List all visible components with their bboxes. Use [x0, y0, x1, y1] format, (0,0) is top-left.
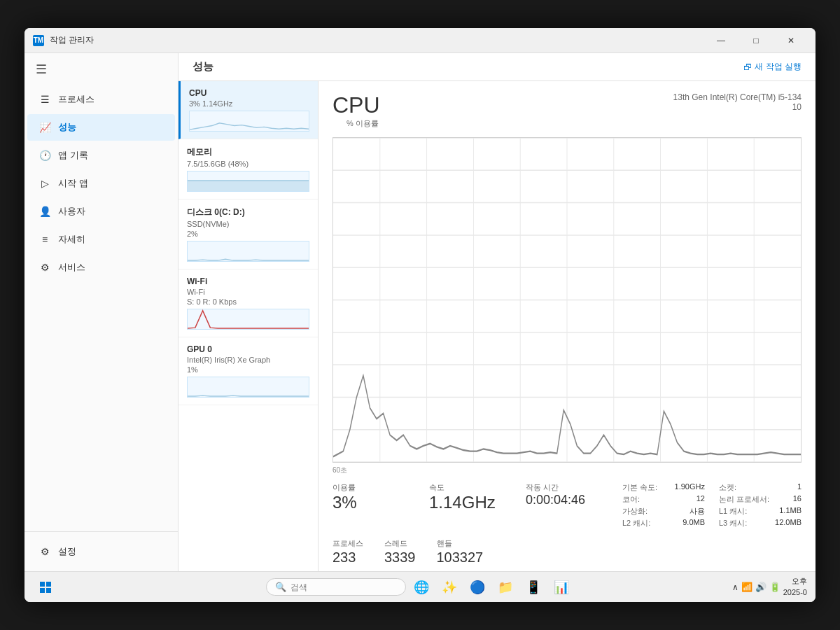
detail-row-l1: L1 캐시: 1.1MB [719, 506, 802, 517]
hamburger-menu[interactable]: ☰ [24, 53, 178, 85]
maximize-button[interactable]: □ [740, 28, 772, 53]
resource-wifi-sub2: S: 0 R: 0 Kbps [187, 298, 309, 306]
sidebar-bottom: ⚙ 설정 [24, 531, 178, 571]
sidebar-item-performance-label: 성능 [58, 121, 76, 134]
sidebar: ☰ ☰ 프로세스 📈 성능 🕐 앱 기록 ▷ 시작 앱 👤 사용자 [24, 53, 178, 571]
sidebar-item-processes[interactable]: ☰ 프로세스 [27, 86, 175, 113]
utilization-value: 3% [332, 493, 422, 513]
taskbar-copilot-icon[interactable]: ✨ [437, 575, 462, 600]
volume-icon: 🔊 [755, 582, 766, 592]
app-history-icon: 🕐 [38, 149, 51, 162]
search-bar[interactable]: 🔍 [266, 578, 406, 596]
taskbar-left [33, 575, 58, 600]
battery-icon: 🔋 [769, 582, 780, 592]
processes-value: 233 [332, 549, 363, 566]
resource-list: CPU 3% 1.14GHz 메모리 7.5/15.6GB (48%) [178, 81, 318, 571]
svg-rect-0 [188, 181, 309, 191]
resource-disk-name: 디스크 0(C: D:) [187, 206, 309, 218]
cpu-util-label: % 이용률 [332, 118, 393, 129]
speed-value: 1.14GHz [429, 493, 519, 513]
content-area: 성능 🗗 새 작업 실행 CPU 3% 1.14GHz [178, 53, 816, 571]
time-label: 60초 [318, 463, 816, 475]
content-title: 성능 [192, 60, 214, 74]
new-task-button[interactable]: 🗗 새 작업 실행 [743, 61, 802, 73]
taskbar-browser-icon[interactable]: 🔵 [465, 575, 490, 600]
cpu-mini-chart [189, 111, 309, 132]
sidebar-item-processes-label: 프로세스 [58, 93, 94, 106]
screen: TM 작업 관리자 — □ ✕ ☰ ☰ 프로세스 📈 성능 🕐 앱 기록 [24, 28, 816, 602]
resource-item-disk[interactable]: 디스크 0(C: D:) SSD(NVMe) 2% [178, 200, 318, 270]
cpu-graph [332, 137, 802, 463]
detail-row-socket: 소켓: 1 [719, 482, 802, 493]
detail-row-virt: 가상화: 사용 [622, 506, 705, 517]
taskbar: 🔍 🌐 ✨ 🔵 📁 📱 📊 ∧ 📶 🔊 🔋 오후 2025-0 [24, 571, 816, 602]
sidebar-item-performance[interactable]: 📈 성능 [27, 114, 175, 141]
virt-val: 사용 [690, 506, 705, 517]
startup-icon: ▷ [38, 177, 51, 190]
stat-processes: 프로세스 233 [332, 538, 363, 566]
threads-value: 3339 [384, 549, 416, 566]
main-container: ☰ ☰ 프로세스 📈 성능 🕐 앱 기록 ▷ 시작 앱 👤 사용자 [24, 53, 816, 571]
l1-key: L1 캐시: [719, 506, 747, 517]
threads-label: 스레드 [384, 538, 416, 549]
gpu-mini-chart [187, 377, 309, 398]
taskbar-phone-icon[interactable]: 📱 [521, 575, 546, 600]
resource-item-memory[interactable]: 메모리 7.5/15.6GB (48%) [178, 139, 318, 200]
speed-label: 속도 [429, 482, 519, 493]
resource-cpu-sub: 3% 1.14GHz [189, 99, 309, 108]
utilization-label: 이용률 [332, 482, 422, 493]
svg-rect-22 [40, 582, 45, 587]
search-input[interactable] [290, 582, 396, 592]
taskbar-task-manager-icon[interactable]: 📊 [549, 575, 574, 600]
taskbar-edge-icon[interactable]: 🌐 [409, 575, 434, 600]
cpu-model-text: 13th Gen Intel(R) Core(TM) i5-134 [673, 92, 802, 102]
stat-utilization: 이용률 3% [332, 482, 422, 528]
core-val: 12 [696, 494, 705, 505]
title-bar: TM 작업 관리자 — □ ✕ [24, 28, 816, 53]
virt-key: 가상화: [622, 506, 648, 517]
sidebar-item-app-history-label: 앱 기록 [58, 149, 88, 162]
resource-item-wifi[interactable]: Wi-Fi Wi-Fi S: 0 R: 0 Kbps [178, 270, 318, 337]
taskbar-right: ∧ 📶 🔊 🔋 오후 2025-0 [732, 576, 807, 598]
sidebar-item-services[interactable]: ⚙ 서비스 [27, 254, 175, 281]
resource-item-gpu[interactable]: GPU 0 Intel(R) Iris(R) Xe Graph 1% [178, 337, 318, 405]
content-header: 성능 🗗 새 작업 실행 [178, 53, 816, 81]
sidebar-item-users[interactable]: 👤 사용자 [27, 198, 175, 225]
sidebar-item-startup[interactable]: ▷ 시작 앱 [27, 170, 175, 197]
cpu-model-info: 13th Gen Intel(R) Core(TM) i5-134 10 [673, 92, 802, 112]
resource-wifi-sub1: Wi-Fi [187, 288, 309, 296]
core-key: 코어: [622, 494, 640, 505]
sidebar-item-services-label: 서비스 [58, 261, 85, 274]
wifi-status-icon: 📶 [741, 582, 752, 592]
settings-icon: ⚙ [38, 545, 51, 558]
svg-rect-25 [46, 588, 51, 593]
minimize-button[interactable]: — [705, 28, 737, 53]
sidebar-item-settings[interactable]: ⚙ 설정 [27, 538, 175, 565]
stat-uptime: 작동 시간 0:00:04:46 [526, 482, 615, 528]
logical-val: 16 [793, 494, 802, 505]
cpu-title-text: CPU [332, 92, 393, 118]
performance-container: CPU 3% 1.14GHz 메모리 7.5/15.6GB (48%) [178, 81, 816, 571]
sidebar-item-users-label: 사용자 [58, 205, 85, 218]
uptime-label: 작동 시간 [526, 482, 615, 493]
resource-item-cpu[interactable]: CPU 3% 1.14GHz [178, 81, 318, 139]
taskbar-files-icon[interactable]: 📁 [493, 575, 518, 600]
start-button[interactable] [33, 575, 58, 600]
close-button[interactable]: ✕ [775, 28, 807, 53]
title-bar-text: 작업 관리자 [50, 34, 94, 46]
base-speed-key: 기본 속도: [622, 482, 657, 493]
sidebar-item-app-history[interactable]: 🕐 앱 기록 [27, 142, 175, 169]
l2-key: L2 캐시: [622, 518, 650, 528]
l3-key: L3 캐시: [719, 518, 747, 528]
l2-val: 9.0MB [682, 518, 705, 528]
socket-key: 소켓: [719, 482, 736, 493]
new-task-label: 새 작업 실행 [755, 61, 802, 73]
wifi-mini-chart [187, 309, 309, 330]
stat-handles: 핸들 103327 [437, 538, 484, 566]
sidebar-item-details[interactable]: ≡ 자세히 [27, 226, 175, 253]
l3-val: 12.0MB [775, 518, 802, 528]
uptime-value: 0:00:04:46 [526, 493, 615, 507]
process-stats-row: 프로세스 233 스레드 3339 핸들 103327 [318, 536, 816, 571]
logical-key: 논리 프로세서: [719, 494, 769, 505]
taskbar-center: 🔍 🌐 ✨ 🔵 📁 📱 📊 [266, 575, 574, 600]
